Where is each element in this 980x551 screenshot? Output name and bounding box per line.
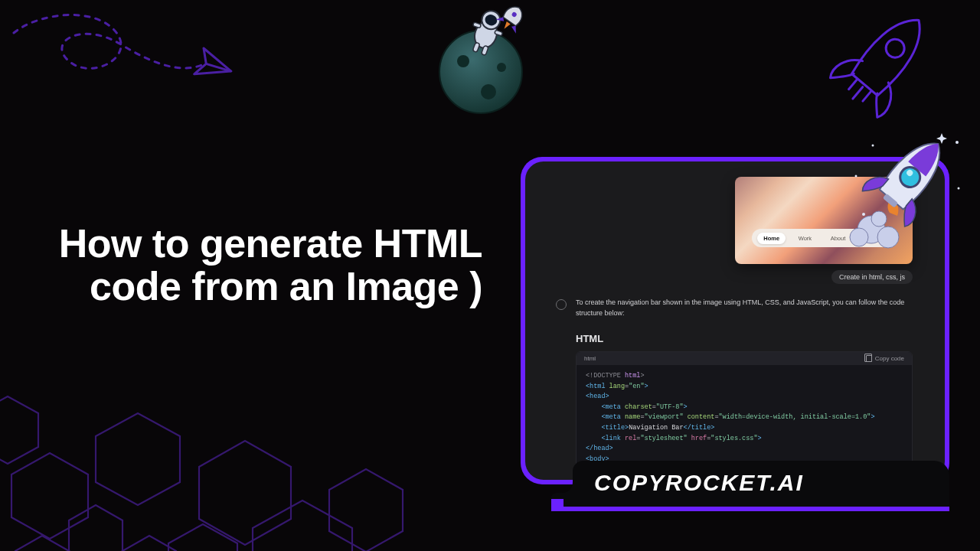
svg-point-0 xyxy=(439,31,522,113)
user-prompt: Create in html, css, js xyxy=(831,270,913,284)
svg-rect-8 xyxy=(495,30,503,36)
code-block: html Copy code <!DOCTYPE html> <html lan… xyxy=(576,351,913,473)
svg-point-2 xyxy=(481,84,496,99)
svg-rect-10 xyxy=(481,45,488,55)
svg-point-16 xyxy=(958,187,960,190)
chat-panel-frame: HomeWorkAboutContact Create in html, css… xyxy=(521,157,949,484)
code-block-header: html Copy code xyxy=(577,352,912,365)
nav-bar-preview: HomeWorkAboutContact xyxy=(752,229,896,247)
copy-code-label: Copy code xyxy=(875,355,904,362)
brand-bar: COPYROCKET.AI xyxy=(551,461,949,511)
assistant-message: To create the navigation bar shown in th… xyxy=(556,298,913,318)
svg-point-12 xyxy=(882,35,908,61)
svg-point-1 xyxy=(457,55,469,67)
code-content: <!DOCTYPE html> <html lang="en"> <head> … xyxy=(577,365,912,472)
nav-item-about[interactable]: About xyxy=(825,233,852,244)
chat-panel: HomeWorkAboutContact Create in html, css… xyxy=(525,161,945,480)
nav-item-home[interactable]: Home xyxy=(757,233,786,244)
svg-point-15 xyxy=(872,145,874,147)
nav-preview-card: HomeWorkAboutContact xyxy=(735,177,913,264)
nav-item-contact[interactable]: Contact xyxy=(858,233,890,244)
svg-point-6 xyxy=(483,13,498,28)
page-title: How to generate HTML code from an Image … xyxy=(54,222,482,308)
svg-point-14 xyxy=(956,141,959,144)
svg-rect-11 xyxy=(511,11,518,18)
svg-rect-25 xyxy=(551,507,949,511)
nav-item-work[interactable]: Work xyxy=(792,233,818,244)
rocket-outline-decoration xyxy=(819,0,949,130)
svg-rect-9 xyxy=(472,42,480,52)
brand-name: COPYROCKET.AI xyxy=(594,470,804,496)
svg-point-5 xyxy=(479,8,503,32)
copy-icon xyxy=(866,355,872,362)
code-language-label: html xyxy=(584,355,596,362)
dashed-trail-decoration xyxy=(6,6,259,113)
code-section-label: HTML xyxy=(576,333,603,344)
astronaut-moon-illustration xyxy=(429,2,551,124)
svg-rect-7 xyxy=(472,22,481,28)
svg-point-4 xyxy=(471,18,501,51)
copy-code-button[interactable]: Copy code xyxy=(866,355,904,362)
assistant-avatar-icon xyxy=(556,299,567,310)
svg-point-3 xyxy=(497,63,506,72)
assistant-text: To create the navigation bar shown in th… xyxy=(576,298,913,318)
hexagon-pattern xyxy=(0,276,444,551)
